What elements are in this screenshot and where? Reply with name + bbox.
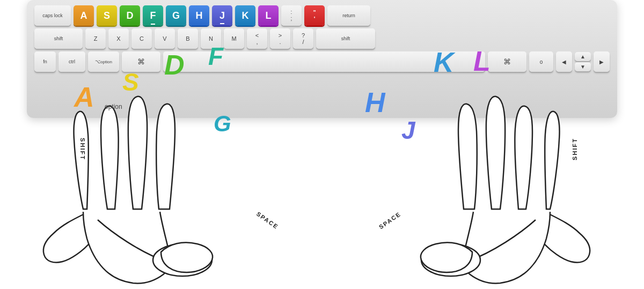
keyboard-row-shift: shift Z X C V B N M <, >. ?/ shift [34, 28, 610, 49]
key-l[interactable]: L [258, 5, 279, 26]
key-b[interactable]: B [178, 28, 198, 49]
key-period[interactable]: >. [270, 28, 290, 49]
finger-label-g: G [214, 113, 231, 135]
key-shift-left[interactable]: shift [34, 28, 83, 49]
key-c[interactable]: C [131, 28, 152, 49]
finger-label-a: A [74, 83, 94, 111]
key-a[interactable]: A [74, 5, 94, 26]
finger-label-k: K [434, 48, 454, 76]
key-comma[interactable]: <, [247, 28, 267, 49]
hands-illustration [0, 54, 644, 289]
key-semicolon[interactable]: : ; [281, 5, 302, 26]
keyboard-row-caps: caps lock A S D F G H J K L : ; " ' retu… [34, 5, 610, 26]
key-m[interactable]: M [224, 28, 244, 49]
key-j[interactable]: J [212, 5, 232, 26]
finger-label-j: J [401, 118, 415, 143]
shift-right-label: SHIFT [572, 138, 578, 160]
key-s[interactable]: S [97, 5, 117, 26]
option-finger-label: option [105, 103, 122, 110]
finger-label-d: D [164, 51, 185, 79]
key-f[interactable]: F [143, 5, 163, 26]
key-quote[interactable]: " ' [304, 5, 325, 26]
key-v[interactable]: V [155, 28, 175, 49]
finger-label-f: F [208, 44, 223, 69]
key-shift-right[interactable]: shift [316, 28, 375, 49]
key-x[interactable]: X [108, 28, 129, 49]
key-return[interactable]: return [327, 5, 370, 26]
finger-label-l: L [473, 47, 491, 75]
key-h[interactable]: H [189, 5, 209, 26]
key-z[interactable]: Z [85, 28, 106, 49]
key-caps-lock[interactable]: caps lock [34, 5, 71, 26]
key-slash[interactable]: ?/ [293, 28, 313, 49]
key-k[interactable]: K [235, 5, 255, 26]
finger-label-h: H [365, 88, 385, 116]
finger-label-s: S [122, 70, 139, 94]
key-g[interactable]: G [166, 5, 186, 26]
shift-left-label: SHIFT [79, 138, 86, 160]
key-d[interactable]: D [120, 5, 140, 26]
hands-svg [0, 54, 644, 289]
